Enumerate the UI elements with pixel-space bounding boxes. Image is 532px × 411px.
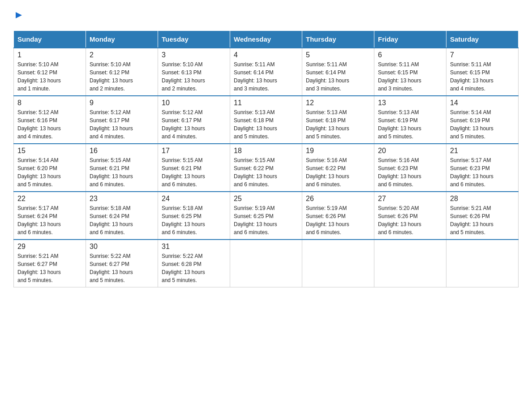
day-number: 23 [90,195,154,203]
day-info: Sunrise: 5:11 AMSunset: 6:15 PMDaylight:… [378,60,442,93]
day-number: 24 [162,195,226,203]
calendar-day-cell: 7Sunrise: 5:11 AMSunset: 6:15 PMDaylight… [446,48,519,96]
calendar-day-cell: 23Sunrise: 5:18 AMSunset: 6:24 PMDayligh… [86,192,158,240]
day-info: Sunrise: 5:10 AMSunset: 6:13 PMDaylight:… [162,60,226,93]
calendar-day-cell: 9Sunrise: 5:12 AMSunset: 6:17 PMDaylight… [86,96,158,144]
day-number: 4 [234,51,298,59]
day-number: 29 [17,243,82,251]
day-number: 16 [90,147,154,155]
day-info: Sunrise: 5:11 AMSunset: 6:14 PMDaylight:… [234,60,298,93]
day-number: 17 [162,147,226,155]
calendar-day-cell: 30Sunrise: 5:22 AMSunset: 6:27 PMDayligh… [86,240,158,287]
day-number: 26 [306,195,370,203]
day-number: 20 [378,147,442,155]
day-info: Sunrise: 5:12 AMSunset: 6:16 PMDaylight:… [17,108,82,141]
calendar-day-cell: 29Sunrise: 5:21 AMSunset: 6:27 PMDayligh… [14,240,86,287]
day-number: 15 [17,147,82,155]
logo [13,9,24,21]
day-number: 31 [162,243,226,251]
day-info: Sunrise: 5:19 AMSunset: 6:26 PMDaylight:… [306,204,370,236]
calendar-day-cell: 31Sunrise: 5:22 AMSunset: 6:28 PMDayligh… [158,240,230,287]
calendar-week-row: 8Sunrise: 5:12 AMSunset: 6:16 PMDaylight… [14,96,519,144]
calendar-day-cell: 17Sunrise: 5:15 AMSunset: 6:21 PMDayligh… [158,144,230,192]
calendar-day-cell: 28Sunrise: 5:21 AMSunset: 6:26 PMDayligh… [446,192,519,240]
day-info: Sunrise: 5:10 AMSunset: 6:12 PMDaylight:… [17,60,82,93]
day-number: 10 [162,99,226,107]
day-number: 14 [450,99,515,107]
day-number: 13 [378,99,442,107]
day-number: 9 [90,99,154,107]
calendar-day-cell: 4Sunrise: 5:11 AMSunset: 6:14 PMDaylight… [230,48,302,96]
calendar-day-cell: 11Sunrise: 5:13 AMSunset: 6:18 PMDayligh… [230,96,302,144]
calendar-day-header: Monday [86,31,158,48]
day-info: Sunrise: 5:12 AMSunset: 6:17 PMDaylight:… [162,108,226,141]
day-number: 27 [378,195,442,203]
calendar-day-header: Thursday [302,31,374,48]
calendar-day-header: Tuesday [158,31,230,48]
day-info: Sunrise: 5:10 AMSunset: 6:12 PMDaylight:… [90,60,154,93]
calendar-day-cell: 12Sunrise: 5:13 AMSunset: 6:18 PMDayligh… [302,96,374,144]
day-info: Sunrise: 5:15 AMSunset: 6:21 PMDaylight:… [90,156,154,188]
day-number: 21 [450,147,515,155]
calendar-day-header: Sunday [14,31,86,48]
calendar-day-cell: 8Sunrise: 5:12 AMSunset: 6:16 PMDaylight… [14,96,86,144]
day-info: Sunrise: 5:13 AMSunset: 6:18 PMDaylight:… [306,108,370,141]
calendar-day-header: Friday [374,31,446,48]
calendar-day-cell: 27Sunrise: 5:20 AMSunset: 6:26 PMDayligh… [374,192,446,240]
day-info: Sunrise: 5:19 AMSunset: 6:25 PMDaylight:… [234,204,298,236]
calendar-day-cell: 3Sunrise: 5:10 AMSunset: 6:13 PMDaylight… [158,48,230,96]
calendar-day-cell: 20Sunrise: 5:16 AMSunset: 6:23 PMDayligh… [374,144,446,192]
calendar-day-header: Wednesday [230,31,302,48]
day-info: Sunrise: 5:22 AMSunset: 6:27 PMDaylight:… [90,252,154,284]
day-number: 1 [17,51,82,59]
day-info: Sunrise: 5:13 AMSunset: 6:19 PMDaylight:… [378,108,442,141]
calendar-day-cell [446,240,519,287]
calendar-table: SundayMondayTuesdayWednesdayThursdayFrid… [13,30,519,287]
calendar-day-cell: 16Sunrise: 5:15 AMSunset: 6:21 PMDayligh… [86,144,158,192]
calendar-day-cell: 26Sunrise: 5:19 AMSunset: 6:26 PMDayligh… [302,192,374,240]
calendar-day-cell: 25Sunrise: 5:19 AMSunset: 6:25 PMDayligh… [230,192,302,240]
calendar-day-cell: 21Sunrise: 5:17 AMSunset: 6:23 PMDayligh… [446,144,519,192]
day-info: Sunrise: 5:18 AMSunset: 6:24 PMDaylight:… [90,204,154,236]
calendar-day-cell: 15Sunrise: 5:14 AMSunset: 6:20 PMDayligh… [14,144,86,192]
day-number: 11 [234,99,298,107]
day-info: Sunrise: 5:16 AMSunset: 6:23 PMDaylight:… [378,156,442,188]
calendar-week-row: 15Sunrise: 5:14 AMSunset: 6:20 PMDayligh… [14,144,519,192]
calendar-day-cell: 18Sunrise: 5:15 AMSunset: 6:22 PMDayligh… [230,144,302,192]
day-number: 7 [450,51,515,59]
day-info: Sunrise: 5:12 AMSunset: 6:17 PMDaylight:… [90,108,154,141]
day-info: Sunrise: 5:11 AMSunset: 6:14 PMDaylight:… [306,60,370,93]
day-number: 28 [450,195,515,203]
day-info: Sunrise: 5:21 AMSunset: 6:27 PMDaylight:… [17,252,82,284]
day-number: 30 [90,243,154,251]
calendar-day-cell: 19Sunrise: 5:16 AMSunset: 6:22 PMDayligh… [302,144,374,192]
day-number: 3 [162,51,226,59]
calendar-day-cell: 2Sunrise: 5:10 AMSunset: 6:12 PMDaylight… [86,48,158,96]
day-number: 2 [90,51,154,59]
calendar-day-cell: 5Sunrise: 5:11 AMSunset: 6:14 PMDaylight… [302,48,374,96]
calendar-day-cell: 13Sunrise: 5:13 AMSunset: 6:19 PMDayligh… [374,96,446,144]
day-number: 22 [17,195,82,203]
day-info: Sunrise: 5:13 AMSunset: 6:18 PMDaylight:… [234,108,298,141]
day-info: Sunrise: 5:15 AMSunset: 6:21 PMDaylight:… [162,156,226,188]
day-info: Sunrise: 5:11 AMSunset: 6:15 PMDaylight:… [450,60,515,93]
day-info: Sunrise: 5:14 AMSunset: 6:20 PMDaylight:… [17,156,82,188]
day-number: 12 [306,99,370,107]
page-header [13,9,519,21]
calendar-day-cell [374,240,446,287]
calendar-day-cell: 1Sunrise: 5:10 AMSunset: 6:12 PMDaylight… [14,48,86,96]
calendar-day-cell: 14Sunrise: 5:14 AMSunset: 6:19 PMDayligh… [446,96,519,144]
day-info: Sunrise: 5:21 AMSunset: 6:26 PMDaylight:… [450,204,515,236]
day-number: 19 [306,147,370,155]
calendar-week-row: 1Sunrise: 5:10 AMSunset: 6:12 PMDaylight… [14,48,519,96]
calendar-day-cell [230,240,302,287]
day-info: Sunrise: 5:20 AMSunset: 6:26 PMDaylight:… [378,204,442,236]
svg-marker-0 [16,12,22,18]
day-number: 25 [234,195,298,203]
calendar-day-cell: 24Sunrise: 5:18 AMSunset: 6:25 PMDayligh… [158,192,230,240]
calendar-day-cell [302,240,374,287]
day-number: 6 [378,51,442,59]
day-info: Sunrise: 5:17 AMSunset: 6:23 PMDaylight:… [450,156,515,188]
day-info: Sunrise: 5:17 AMSunset: 6:24 PMDaylight:… [17,204,82,236]
day-info: Sunrise: 5:16 AMSunset: 6:22 PMDaylight:… [306,156,370,188]
